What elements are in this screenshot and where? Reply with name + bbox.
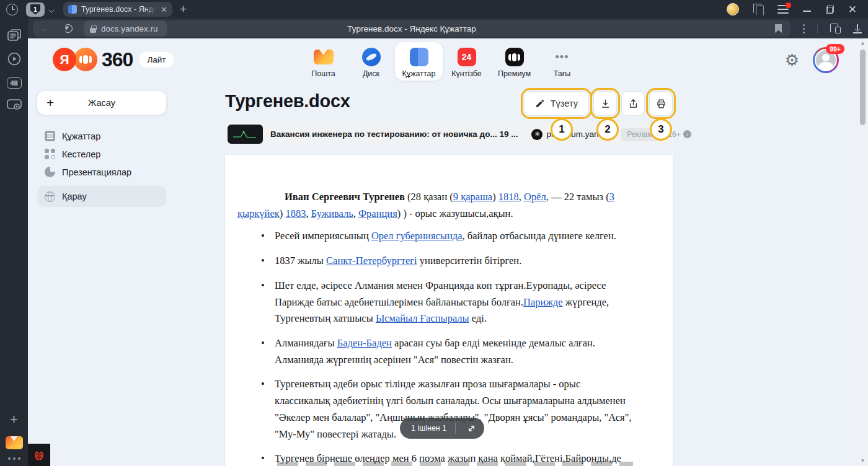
ad-thumbnail (228, 125, 263, 144)
scrollbar-thumb[interactable] (860, 50, 866, 125)
window-close-button[interactable]: ✕ (848, 4, 857, 15)
screencast-icon[interactable] (7, 99, 22, 111)
doc-link[interactable]: 1818 (498, 191, 519, 203)
app-mail[interactable]: Пошта (299, 42, 347, 81)
app-documents[interactable]: Құжаттар (395, 42, 443, 81)
doc-link[interactable]: Орёл (524, 191, 546, 203)
logo-360-icon (74, 48, 97, 71)
doc-text: ) (492, 191, 498, 203)
doc-text: 1837 жылы (275, 255, 326, 266)
history-icon[interactable] (6, 4, 18, 15)
bullet-marker: • (261, 451, 265, 466)
documents-app-icon (410, 48, 428, 66)
new-tab-button[interactable]: + (180, 2, 187, 16)
app-premium[interactable]: Премиум (490, 42, 538, 81)
page-indicator-pill: 1 ішінен 1 (400, 418, 484, 439)
pencil-icon (535, 99, 545, 108)
scroll-down-icon[interactable]: ▼ (861, 459, 866, 464)
doc-text: (28 қазан ( (405, 191, 453, 203)
browser-side-rail: 48 + (0, 19, 28, 466)
print-icon (656, 99, 666, 109)
feed-icon[interactable] (7, 29, 21, 42)
notification-badge: 99+ (826, 44, 844, 54)
speed-badge[interactable]: 48 (7, 77, 22, 89)
rail-mail-icon[interactable] (6, 436, 23, 449)
doc-text: , (306, 208, 311, 219)
ladybug-icon (32, 448, 46, 462)
doc-bullet-item: •1837 жылы Санкт-Петербургтегі университ… (237, 253, 633, 270)
page-scrollbar[interactable]: ▲ ▼ (857, 38, 868, 466)
doc-link[interactable]: Санкт-Петербургтегі (326, 255, 417, 266)
disk-app-icon (362, 48, 381, 66)
globe-icon (45, 191, 55, 202)
window-restore-button[interactable] (826, 6, 834, 14)
browser-profile-avatar[interactable] (727, 3, 739, 15)
bullet-marker: • (261, 376, 265, 393)
doc-link[interactable]: Франция (358, 208, 397, 219)
ad-title: Вакансия инженера по тестированию: от но… (270, 130, 518, 139)
tab-group-chip[interactable]: 1 (26, 2, 45, 17)
download-icon (600, 99, 611, 109)
scroll-up-icon[interactable]: ▲ (861, 41, 866, 46)
app-switcher: Пошта Диск Құжаттар 24 Күнтізбе Премиум … (299, 42, 586, 81)
doc-link[interactable]: Буживаль (311, 208, 353, 219)
practicum-logo-icon: ✳ (531, 129, 542, 140)
tab-group-chevron-icon[interactable] (48, 6, 55, 12)
annotation-badge-1: 1 (551, 118, 573, 141)
browser-menu-icon[interactable] (777, 5, 789, 14)
doc-link[interactable]: Парижде (523, 296, 562, 308)
doc-link[interactable]: 1883 (285, 208, 306, 219)
app-disk[interactable]: Диск (347, 42, 395, 81)
plus-icon: + (46, 95, 54, 110)
app-more[interactable]: ••• Тағы (538, 42, 586, 81)
divider (817, 24, 818, 33)
doc-link[interactable]: Баден-Баден (337, 337, 392, 349)
collections-icon[interactable] (830, 24, 841, 33)
rail-more-icon[interactable] (8, 457, 20, 460)
sidebar-item-view[interactable]: Қарау (37, 186, 166, 207)
sidebar-item-tables[interactable]: Кестелер (37, 145, 166, 163)
doc-link[interactable]: 9 қараша (453, 191, 492, 203)
bookmarks-icon[interactable] (753, 4, 763, 15)
user-avatar[interactable]: 99+ (813, 47, 839, 73)
downloads-icon[interactable] (853, 24, 862, 33)
create-button[interactable]: + Жасау (37, 91, 166, 115)
debug-extension-tile[interactable] (28, 444, 50, 466)
address-bar-row: ← docs.yandex.ru Тургенев.docx - Яндекс … (28, 19, 868, 38)
clipped-text-line (277, 462, 633, 466)
doc-link[interactable]: Орел губерниясында (371, 230, 463, 242)
info-icon: i (683, 130, 691, 138)
rail-add-icon[interactable]: + (10, 411, 18, 428)
annotation-badge-3: 3 (650, 118, 672, 141)
doc-paragraph: Иван Сергеевич Тургенев (28 қазан (9 қар… (237, 189, 633, 222)
page-indicator-label: 1 ішінен 1 (411, 424, 446, 433)
expand-fullscreen-icon[interactable] (462, 419, 480, 437)
page-title-address: Тургенев.docx - Яндекс Құжаттар (33, 24, 790, 33)
site-header: Я 360 Лайт Пошта Диск Құжаттар 24 Күнтіз… (28, 38, 857, 84)
address-more-icon[interactable] (803, 24, 805, 33)
browser-tab[interactable]: Тургенев.docx - Яндекс ✕ (63, 2, 172, 17)
url-bar[interactable]: ← docs.yandex.ru Тургенев.docx - Яндекс … (33, 20, 790, 37)
app-calendar[interactable]: 24 Күнтізбе (443, 42, 490, 81)
settings-gear-icon[interactable]: ⚙ (785, 52, 799, 68)
sidebar-item-presentations[interactable]: Презентациялар (37, 163, 166, 181)
share-button[interactable] (621, 91, 645, 116)
doc-text: , — 22 тамыз ( (546, 191, 609, 203)
side-panel: + Жасау Құжаттар Кестелер Презентациялар… (37, 91, 180, 207)
print-button[interactable] (649, 91, 673, 116)
doc-text: Ресей империясының (275, 230, 371, 242)
yandex-360-logo[interactable]: Я 360 Лайт (53, 48, 174, 71)
sidebar-item-documents[interactable]: Құжаттар (37, 127, 166, 145)
window-minimize-button[interactable] (803, 5, 812, 14)
doc-link[interactable]: Ысмайыл Ғаспыралы (376, 312, 469, 324)
logo-360-text: 360 (102, 48, 133, 71)
bullet-marker: • (261, 253, 265, 270)
video-icon[interactable] (7, 52, 21, 66)
tab-close-icon[interactable]: ✕ (161, 6, 167, 14)
web-content: Я 360 Лайт Пошта Диск Құжаттар 24 Күнтіз… (28, 38, 868, 466)
divider (455, 423, 456, 434)
document-toolbar: Тургенев.docx Түзету 1 2 3 (225, 91, 673, 116)
edit-button[interactable]: Түзету (524, 91, 589, 116)
tab-favicon (68, 5, 77, 14)
download-button[interactable] (593, 91, 617, 116)
